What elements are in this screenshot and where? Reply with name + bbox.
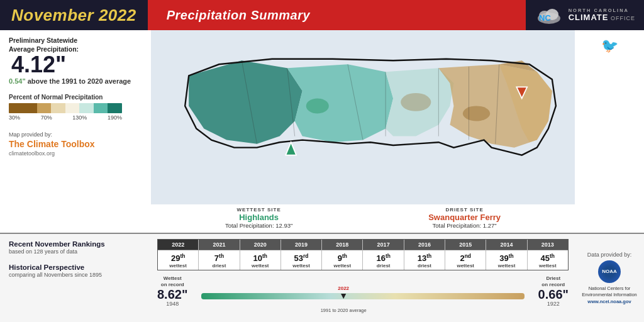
hist-dry-val: 0.66"	[538, 288, 569, 301]
rank-num-2016: 13th	[418, 253, 431, 263]
nc-map-svg	[151, 30, 575, 204]
hist-dry-block: Drieston record 0.66" 1922	[538, 275, 569, 306]
rank-col-header-2016: 2016	[404, 240, 445, 250]
svg-text:NC: NC	[539, 13, 551, 23]
ranking-sub: based on 128 years of data	[9, 248, 143, 255]
hist-dry-year: 1922	[538, 301, 569, 307]
wettest-precip: Total Precipitation: 12.93"	[225, 222, 292, 229]
rank-type-2014: wettest	[498, 263, 516, 269]
ranking-section: Recent November Rankings based on 128 ye…	[9, 240, 143, 255]
wettest-type: WETTEST SITE	[225, 207, 292, 213]
site-labels: WETTEST SITE Highlands Total Precipitati…	[151, 204, 575, 233]
legend-pcts: 30% 70% 130% 190%	[9, 114, 122, 121]
rank-col-body-2017: 16th driest	[363, 250, 403, 270]
center-map: WETTEST SITE Highlands Total Precipitati…	[151, 30, 575, 233]
rank-col-2015: 20152nd wettest	[445, 240, 486, 270]
rank-type-2019: wettest	[292, 263, 310, 269]
svg-point-5	[306, 98, 329, 113]
rank-type-2018: wettest	[334, 263, 352, 269]
data-credit-name: National Centers forEnvironmental Inform…	[582, 286, 637, 298]
hist-wet-year: 1948	[157, 301, 187, 307]
rank-col-body-2022: 29th wettest	[158, 250, 198, 270]
rank-type-2017: driest	[377, 263, 391, 269]
noaa-logo: NOAA	[598, 260, 621, 283]
hist-wet-block: Wetteston record 8.62" 1948	[157, 275, 187, 306]
rank-col-header-2017: 2017	[363, 240, 403, 250]
driest-name: Swanquarter Ferry	[428, 213, 501, 222]
rank-col-2014: 201439th wettest	[486, 240, 527, 270]
rank-col-header-2020: 2020	[240, 240, 280, 250]
rank-col-2017: 201716th driest	[363, 240, 404, 270]
historical-bar-section: Wetteston record 8.62" 1948 2022 ▼ 1991 …	[157, 275, 569, 317]
bottom-center: 202229th wettest20217th driest202010th w…	[151, 234, 575, 322]
rankings-table: 202229th wettest20217th driest202010th w…	[157, 239, 569, 270]
avg-section: Preliminary StatewideAverage Precipitati…	[9, 36, 143, 85]
rank-col-body-2013: 45th wettest	[528, 250, 568, 270]
hist-2022-marker: 2022 ▼ 1991 to 2020 average	[321, 286, 367, 313]
header-month: November	[11, 6, 94, 25]
rank-type-2013: wettest	[539, 263, 557, 269]
legend-bar	[9, 103, 122, 113]
rank-col-body-2020: 10th wettest	[240, 250, 280, 270]
legend-pct-30: 30%	[9, 114, 20, 121]
rank-col-header-2013: 2013	[528, 240, 568, 250]
ranking-title: Recent November Rankings	[9, 240, 143, 248]
data-credit-label: Data provided by:	[587, 252, 632, 258]
bottom-left: Recent November Rankings based on 128 ye…	[0, 234, 151, 322]
wettest-name: Highlands	[225, 213, 292, 222]
rank-num-2019: 53rd	[294, 253, 309, 263]
rank-col-header-2014: 2014	[486, 240, 526, 250]
header-logo-box: NC NORTH CAROLINA CLIMATE OFFICE	[526, 0, 644, 30]
hist-section: Historical Perspective comparing all Nov…	[9, 264, 143, 278]
rank-num-2013: 45th	[541, 253, 555, 263]
rank-col-2022: 202229th wettest	[158, 240, 199, 270]
header-title: November 2022	[11, 6, 136, 25]
map-credit-link[interactable]: The Climate Toolbox	[9, 139, 143, 150]
rank-num-2018: 9th	[338, 253, 347, 263]
hist-sub: comparing all Novembers since 1895	[9, 272, 143, 278]
hist-dry-label: Drieston record	[538, 275, 569, 287]
hist-wet-label: Wetteston record	[157, 275, 187, 287]
data-credit-url: www.ncei.noaa.gov	[587, 299, 631, 304]
rank-num-2017: 16th	[376, 253, 390, 263]
rank-col-body-2015: 2nd wettest	[445, 250, 486, 270]
twitter-icon[interactable]: 🐦	[601, 38, 618, 54]
rank-num-2020: 10th	[253, 253, 267, 263]
map-area	[151, 30, 575, 204]
hist-avg-label: 1991 to 2020 average	[321, 308, 367, 313]
avg-value: 4.12"	[11, 53, 66, 76]
rank-col-2013: 201345th wettest	[528, 240, 568, 270]
legend-pct-70: 70%	[41, 114, 52, 121]
header-subtitle-box: Precipitation Summary	[152, 0, 526, 30]
driest-type: DRIEST SITE	[428, 207, 501, 213]
rank-col-header-2022: 2022	[158, 240, 198, 250]
nc-logo-text: NORTH CAROLINA CLIMATE OFFICE	[569, 8, 635, 23]
wettest-site: WETTEST SITE Highlands Total Precipitati…	[225, 207, 292, 229]
rank-num-2022: 29th	[171, 253, 185, 263]
map-credit: Map provided by: The Climate Toolbox cli…	[9, 131, 143, 157]
rank-col-2019: 201953rd wettest	[281, 240, 322, 270]
rank-col-2016: 201613th driest	[404, 240, 445, 270]
legend-label: Percent of Normal Precipitation	[9, 94, 143, 101]
rank-num-2015: 2nd	[460, 253, 471, 263]
rank-col-header-2021: 2021	[199, 240, 239, 250]
rank-col-body-2018: 9th wettest	[322, 250, 362, 270]
rank-col-2020: 202010th wettest	[240, 240, 281, 270]
header-title-box: November 2022	[0, 0, 148, 30]
avg-label: Preliminary StatewideAverage Precipitati…	[9, 36, 143, 53]
main: Preliminary StatewideAverage Precipitati…	[0, 30, 644, 233]
rank-type-2020: wettest	[252, 263, 269, 269]
logo-mid: CLIMATE OFFICE	[569, 13, 635, 22]
above-avg: 0.54" above the 1991 to 2020 average	[9, 77, 143, 85]
rank-col-header-2015: 2015	[445, 240, 486, 250]
rank-num-2021: 7th	[214, 253, 224, 263]
rank-col-2018: 20189th wettest	[322, 240, 363, 270]
hist-2022-arrow: ▼	[321, 291, 367, 300]
page: November 2022 Precipitation Summary NC N…	[0, 0, 644, 322]
header-year: 2022	[99, 6, 136, 25]
legend-pct-190: 190%	[108, 114, 122, 121]
header-subtitle: Precipitation Summary	[167, 8, 310, 23]
legend-section: Percent of Normal Precipitation 30% 70% …	[9, 94, 143, 121]
map-credit-label: Map provided by:	[9, 131, 143, 139]
rank-col-body-2021: 7th driest	[199, 250, 239, 270]
